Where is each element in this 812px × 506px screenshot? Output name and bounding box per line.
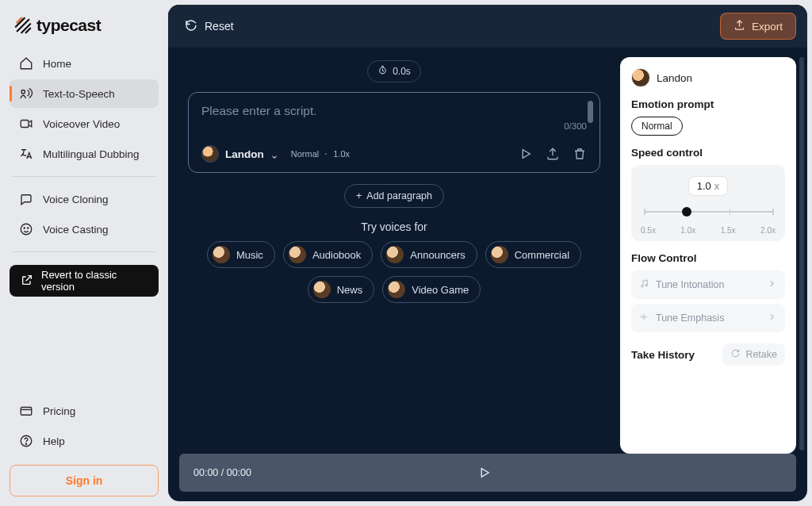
retake-button[interactable]: Retake <box>722 343 785 366</box>
nav-multilingual-dubbing[interactable]: Multilingual Dubbing <box>10 140 159 168</box>
add-paragraph-button[interactable]: + Add paragraph <box>344 184 444 208</box>
speed-slider[interactable] <box>644 204 772 224</box>
emotion-chip[interactable]: Normal <box>631 117 683 136</box>
sign-in-button[interactable]: Sign in <box>10 465 159 496</box>
export-icon <box>733 19 745 33</box>
script-card[interactable]: Please enter a script. 0/300 Landon Norm… <box>188 92 600 173</box>
nav-home[interactable]: Home <box>10 49 159 78</box>
add-paragraph-label: Add paragraph <box>366 190 432 201</box>
voice-pill-news[interactable]: News <box>308 276 375 303</box>
revert-to-classic-button[interactable]: Revert to classic version <box>10 265 159 297</box>
sidebar-footer: Pricing Help Sign in <box>10 397 159 496</box>
voice-pill-label: Announcers <box>410 249 465 261</box>
play-button-main[interactable] <box>476 464 493 481</box>
scrollbar-thumb[interactable] <box>588 101 593 123</box>
tune-emphasis-button[interactable]: Tune Emphasis <box>631 304 785 332</box>
nav-label: Multilingual Dubbing <box>43 148 140 160</box>
stopwatch-icon <box>377 65 388 78</box>
export-button[interactable]: Export <box>720 13 796 40</box>
speed-control: 1.0 x 0.5x <box>631 165 785 241</box>
nav-voice-cloning[interactable]: Voice Cloning <box>10 185 159 213</box>
play-button[interactable] <box>519 147 533 161</box>
tune-intonation-button[interactable]: Tune Intonation <box>631 270 785 299</box>
voice-pill-music[interactable]: Music <box>207 241 275 268</box>
upload-button[interactable] <box>546 147 560 161</box>
speed-text: 1.0x <box>333 149 350 159</box>
nav-label: Pricing <box>43 405 75 417</box>
card-icon <box>19 404 33 418</box>
voice-avatar-icon <box>491 246 508 263</box>
brand-mark-icon <box>14 17 32 34</box>
panel-voice-name: Landon <box>657 72 692 84</box>
svg-point-4 <box>28 228 29 228</box>
nav-label: Voice Cloning <box>43 194 109 205</box>
brand-name: typecast <box>36 16 101 35</box>
try-voices-heading: Try voices for <box>361 220 427 233</box>
voice-avatar-icon <box>213 246 230 263</box>
external-link-icon <box>21 274 33 289</box>
brand-logo[interactable]: typecast <box>10 13 159 49</box>
slider-labels: 0.5x 1.0x 1.5x 2.0x <box>641 226 776 235</box>
secondary-nav: Voice Cloning Voice Casting <box>10 185 159 243</box>
char-count: 0/300 <box>564 121 587 131</box>
nav-voiceover-video[interactable]: Voiceover Video <box>10 109 159 138</box>
home-icon <box>19 56 33 71</box>
slider-knob[interactable] <box>682 207 691 217</box>
help-icon <box>19 434 33 448</box>
voice-selector[interactable]: Landon <box>201 145 278 163</box>
speed-value-field[interactable]: 1.0 x <box>688 176 729 196</box>
script-input[interactable]: Please enter a script. <box>201 104 587 118</box>
voice-avatar-icon <box>289 246 306 263</box>
history-heading: Take History <box>631 349 695 361</box>
reset-icon <box>184 18 198 35</box>
refresh-icon <box>730 348 741 361</box>
emotion-section: Emotion prompt Normal <box>631 98 785 136</box>
voice-avatar-icon <box>388 281 405 298</box>
svg-point-10 <box>645 285 647 286</box>
svg-point-0 <box>21 90 25 94</box>
reset-button[interactable]: Reset <box>179 13 239 40</box>
duration-text: 0.0s <box>393 66 411 77</box>
wave-icon <box>639 312 649 324</box>
face-icon <box>19 222 33 236</box>
voice-pill-video-game[interactable]: Video Game <box>382 276 481 303</box>
settings-panel: Landon Emotion prompt Normal Speed contr… <box>620 57 796 454</box>
workspace: Reset Export 0.0s Please enter a script.… <box>168 5 807 501</box>
speed-heading: Speed control <box>631 147 785 159</box>
voice-pill-commercial[interactable]: Commercial <box>485 241 581 268</box>
translate-icon <box>19 147 33 161</box>
nav-text-to-speech[interactable]: Text-to-Speech <box>10 79 159 108</box>
voice-pill-label: Commercial <box>515 249 569 261</box>
delete-button[interactable] <box>573 147 587 161</box>
primary-nav: Home Text-to-Speech Voiceover Video Mult… <box>10 49 159 168</box>
panel-voice-header[interactable]: Landon <box>631 68 785 87</box>
nav-pricing[interactable]: Pricing <box>10 397 159 425</box>
svg-rect-1 <box>21 121 29 128</box>
nav-label: Voice Casting <box>43 224 109 236</box>
svg-rect-5 <box>21 408 32 416</box>
note-icon <box>639 278 649 291</box>
voice-pill-label: News <box>337 284 363 296</box>
export-label: Export <box>752 21 783 33</box>
svg-point-7 <box>25 443 26 444</box>
sidebar: typecast Home Text-to-Speech Voiceover V… <box>0 0 168 506</box>
revert-label: Revert to classic version <box>41 269 147 293</box>
voice-pill-label: Audiobook <box>312 249 361 261</box>
voice-pill-label: Music <box>236 249 263 261</box>
duration-chip[interactable]: 0.0s <box>367 60 421 82</box>
nav-voice-casting[interactable]: Voice Casting <box>10 215 159 243</box>
stage: 0.0s Please enter a script. 0/300 Landon <box>179 57 609 454</box>
voice-pill-label: Video Game <box>412 284 469 296</box>
nav-label: Home <box>43 58 71 70</box>
flow-heading: Flow Control <box>631 252 785 264</box>
voice-pill-audiobook[interactable]: Audiobook <box>283 241 373 268</box>
playbar: 00:00 / 00:00 <box>179 454 796 492</box>
panel-scrollbar[interactable] <box>799 57 804 450</box>
nav-help[interactable]: Help <box>10 427 159 455</box>
voice-pill-announcers[interactable]: Announcers <box>381 241 477 268</box>
voice-avatar <box>631 68 650 87</box>
voice-params: Normal 1.0x <box>291 149 350 159</box>
voice-avatar-icon <box>313 281 331 298</box>
tts-icon <box>19 86 33 101</box>
chevron-right-icon <box>767 278 777 291</box>
